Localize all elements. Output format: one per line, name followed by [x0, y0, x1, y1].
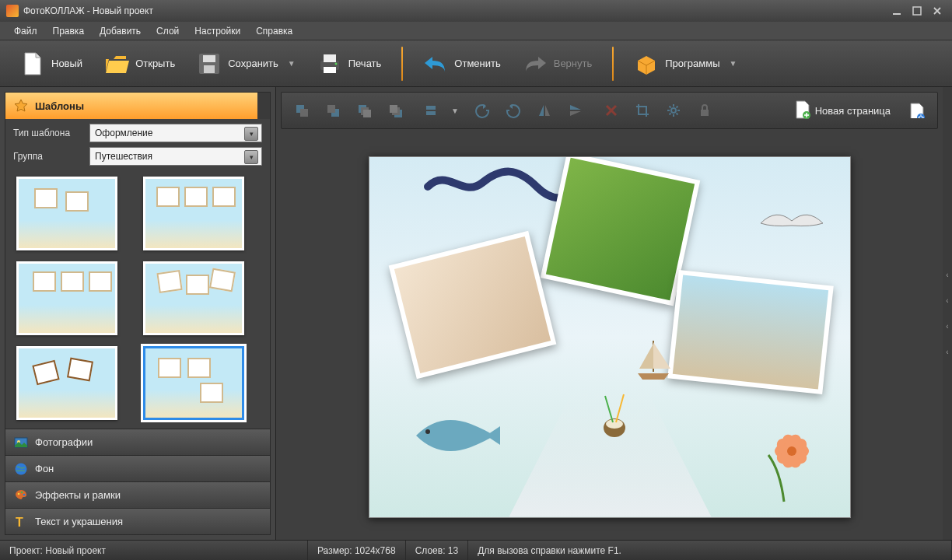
- rotate-left-icon[interactable]: [468, 97, 496, 124]
- toolbar-save[interactable]: Сохранить ▼: [187, 47, 305, 81]
- template-thumb[interactable]: [16, 261, 117, 335]
- accordion-background[interactable]: Фон: [5, 455, 270, 481]
- accordion-text[interactable]: T Текст и украшения: [5, 508, 270, 534]
- strip-handle-icon[interactable]: ‹: [946, 296, 948, 305]
- status-bar: Проект: Новый проект Размер: 1024x768 Сл…: [0, 540, 952, 560]
- toolbar-save-label: Сохранить: [228, 58, 278, 69]
- template-thumb[interactable]: [16, 346, 117, 420]
- status-size: Размер: 1024x768: [308, 541, 406, 560]
- toolbar-separator: [401, 47, 403, 81]
- accordion-photos[interactable]: Фотографии: [5, 429, 270, 455]
- group-value: Путешествия: [95, 151, 152, 162]
- group-combo[interactable]: Путешествия: [89, 147, 262, 166]
- page-settings-icon[interactable]: [903, 97, 931, 124]
- maximize-button[interactable]: [908, 5, 926, 17]
- toolbar-redo: Вернуть: [513, 47, 602, 81]
- strip-handle-icon[interactable]: ‹: [946, 322, 948, 331]
- right-strip[interactable]: ‹ ‹ ‹ ‹: [943, 87, 952, 540]
- bring-forward-icon[interactable]: [350, 97, 378, 124]
- send-backward-icon[interactable]: [381, 97, 409, 124]
- align-icon[interactable]: [417, 97, 445, 124]
- template-type-value: Оформление: [95, 128, 152, 138]
- template-type-combo[interactable]: Оформление: [89, 124, 262, 142]
- menu-add[interactable]: Добавить: [92, 23, 149, 39]
- window-title: ФотоКОЛЛАЖ - Новый проект: [23, 5, 153, 16]
- menu-settings[interactable]: Настройки: [187, 23, 248, 39]
- canvas[interactable]: [369, 156, 851, 518]
- toolbar-programs[interactable]: Программы ▼: [625, 47, 746, 81]
- status-project: Проект: Новый проект: [0, 541, 308, 560]
- menu-bar: Файл Правка Добавить Слой Настройки Спра…: [0, 22, 952, 40]
- svg-rect-26: [426, 106, 436, 110]
- lock-icon[interactable]: [691, 97, 719, 124]
- toolbar-print[interactable]: Печать: [308, 47, 391, 81]
- menu-layer[interactable]: Слой: [149, 23, 187, 39]
- template-thumbnails[interactable]: [13, 170, 262, 424]
- svg-rect-17: [300, 109, 308, 117]
- fish-graphic: [408, 408, 502, 463]
- svg-point-35: [606, 419, 623, 429]
- svg-rect-27: [426, 111, 436, 115]
- settings-icon[interactable]: [660, 97, 688, 124]
- accordion-templates-label: Шаблоны: [35, 100, 84, 112]
- bring-front-icon[interactable]: [288, 97, 316, 124]
- svg-rect-4: [204, 65, 215, 73]
- status-layers: Слоев: 13: [406, 541, 469, 560]
- send-back-icon[interactable]: [319, 97, 347, 124]
- photo-stamp[interactable]: [388, 230, 556, 378]
- photo-stamp[interactable]: [667, 269, 834, 394]
- crop-icon[interactable]: [628, 97, 656, 124]
- svg-point-8: [334, 62, 337, 65]
- toolbar-undo[interactable]: Отменить: [414, 47, 509, 81]
- title-bar: ФотоКОЛЛАЖ - Новый проект: [0, 0, 952, 22]
- strip-handle-icon[interactable]: ‹: [946, 348, 948, 356]
- app-logo-icon: [6, 5, 19, 17]
- main-area: Шаблоны Тип шаблона Оформление Группа Пу…: [0, 87, 952, 540]
- template-thumb-selected[interactable]: [143, 346, 244, 420]
- menu-help[interactable]: Справка: [248, 23, 300, 39]
- printer-icon: [317, 51, 342, 76]
- menu-edit[interactable]: Правка: [45, 23, 93, 39]
- accordion-templates[interactable]: Шаблоны: [5, 93, 257, 119]
- svg-rect-25: [390, 105, 397, 113]
- svg-point-11: [16, 463, 27, 474]
- svg-rect-1: [913, 7, 921, 15]
- menu-file[interactable]: Файл: [6, 23, 45, 39]
- template-thumb[interactable]: [143, 261, 244, 335]
- toolbar-new-label: Новый: [51, 58, 82, 69]
- rotate-right-icon[interactable]: [499, 97, 527, 124]
- template-thumb[interactable]: [16, 177, 117, 250]
- seagull-graphic: [757, 204, 827, 243]
- svg-rect-3: [203, 55, 215, 62]
- delete-icon[interactable]: [597, 97, 625, 124]
- new-page-label: Новая страница: [815, 105, 891, 117]
- minimize-button[interactable]: [888, 5, 905, 17]
- toolbar-new[interactable]: Новый: [11, 47, 92, 81]
- flower-graphic: [737, 424, 838, 509]
- chevron-down-icon: ▼: [730, 59, 737, 68]
- accordion-text-label: Текст и украшения: [35, 516, 123, 527]
- accordion-effects[interactable]: Эффекты и рамки: [5, 481, 270, 508]
- redo-icon: [523, 51, 548, 76]
- chevron-down-icon[interactable]: ▼: [451, 107, 459, 115]
- toolbar-redo-label: Вернуть: [554, 58, 593, 69]
- new-file-icon: [20, 51, 45, 76]
- photo-stamp[interactable]: [540, 156, 699, 306]
- close-button[interactable]: [929, 5, 946, 17]
- svg-rect-0: [893, 13, 901, 15]
- accordion-effects-label: Эффекты и рамки: [35, 489, 121, 501]
- flip-v-icon[interactable]: [562, 97, 590, 124]
- text-icon: T: [13, 514, 29, 530]
- strip-handle-icon[interactable]: ‹: [946, 271, 948, 279]
- template-thumb[interactable]: [143, 177, 244, 250]
- canvas-holder: [276, 134, 943, 540]
- chevron-down-icon: ▼: [288, 59, 296, 68]
- svg-point-12: [18, 492, 20, 495]
- new-page-button[interactable]: Новая страница: [786, 96, 900, 126]
- toolbar-open-label: Открыть: [135, 58, 175, 69]
- toolbar-open[interactable]: Открыть: [95, 47, 184, 81]
- accordion-scroll-handle[interactable]: [257, 93, 270, 119]
- flip-h-icon[interactable]: [530, 97, 558, 124]
- sailboat-graphic: [630, 336, 677, 383]
- svg-point-14: [23, 493, 26, 495]
